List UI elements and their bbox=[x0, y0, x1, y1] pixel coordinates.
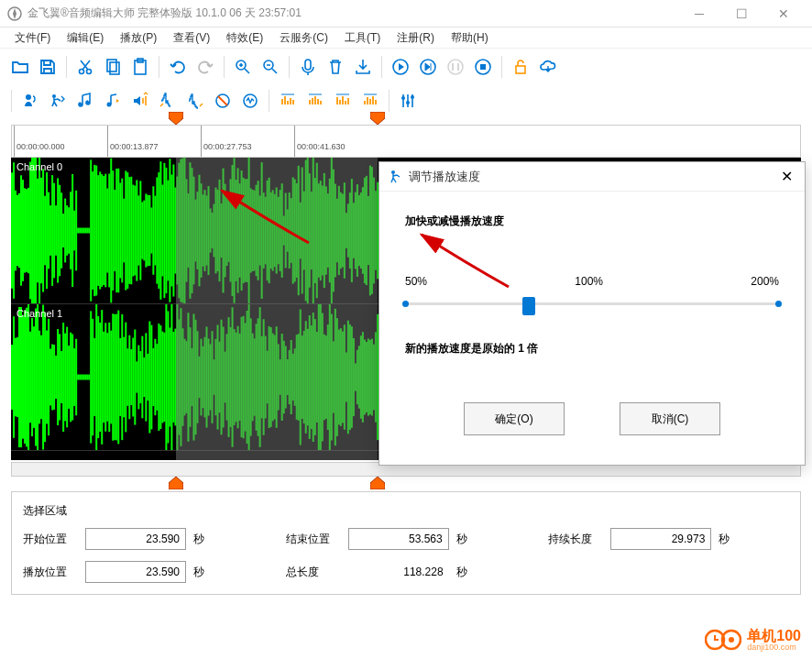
selection-end-marker-bottom[interactable] bbox=[370, 477, 385, 489]
svg-rect-112 bbox=[169, 159, 170, 302]
selection-start-marker-top[interactable] bbox=[169, 112, 183, 125]
cancel-button[interactable]: 取消(C) bbox=[620, 402, 720, 435]
svg-rect-312 bbox=[169, 328, 170, 427]
selection-start-marker-bottom[interactable] bbox=[169, 477, 183, 489]
svg-rect-38 bbox=[33, 158, 35, 303]
ruler-tick: 00:00:00.000 bbox=[14, 126, 65, 157]
svg-rect-29 bbox=[16, 195, 18, 267]
pitch-icon[interactable] bbox=[100, 88, 126, 114]
svg-rect-249 bbox=[53, 345, 55, 410]
svg-rect-28 bbox=[15, 191, 16, 271]
play-icon[interactable] bbox=[388, 54, 413, 80]
svg-rect-86 bbox=[121, 179, 123, 283]
svg-rect-314 bbox=[172, 332, 174, 423]
copy-icon[interactable] bbox=[100, 54, 126, 80]
svg-rect-257 bbox=[68, 346, 70, 409]
zoom-out-icon[interactable] bbox=[258, 54, 283, 80]
stop-icon[interactable] bbox=[470, 54, 496, 80]
toolbar-separator bbox=[159, 56, 159, 78]
selection-end-marker-top[interactable] bbox=[370, 112, 385, 125]
svg-rect-42 bbox=[40, 178, 42, 283]
svg-rect-296 bbox=[139, 351, 141, 403]
volume-up-icon[interactable] bbox=[127, 88, 153, 114]
menu-view[interactable]: 查看(V) bbox=[166, 28, 217, 48]
svg-rect-226 bbox=[11, 345, 13, 410]
play-pos-input[interactable] bbox=[85, 561, 186, 583]
slider-thumb[interactable] bbox=[522, 297, 535, 315]
fade-out-icon[interactable] bbox=[182, 88, 208, 114]
svg-rect-43 bbox=[42, 169, 44, 291]
dialog-close-button[interactable]: ✕ bbox=[777, 168, 796, 186]
time-ruler[interactable]: 00:00:00.000 00:00:13.877 00:00:27.753 0… bbox=[11, 125, 801, 158]
unlock-icon[interactable] bbox=[508, 54, 533, 80]
dialog-titlebar[interactable]: 调节播放速度 ✕ bbox=[379, 162, 805, 192]
svg-rect-302 bbox=[150, 325, 152, 430]
svg-rect-58 bbox=[70, 192, 71, 269]
minimize-button[interactable]: ─ bbox=[678, 0, 720, 27]
selection-info-panel: 选择区域 开始位置 秒 结束位置 秒 持续长度 秒 播放位置 秒 总长度 118… bbox=[11, 491, 801, 595]
duration-input[interactable] bbox=[610, 528, 711, 550]
svg-rect-88 bbox=[125, 170, 126, 290]
menu-tools[interactable]: 工具(T) bbox=[337, 28, 388, 48]
paste-icon[interactable] bbox=[127, 54, 153, 80]
voice-icon[interactable] bbox=[17, 88, 43, 114]
end-input[interactable] bbox=[348, 528, 449, 550]
open-icon[interactable] bbox=[7, 54, 33, 80]
svg-rect-297 bbox=[141, 336, 143, 419]
delete-icon[interactable] bbox=[323, 54, 348, 80]
fade-in-icon[interactable] bbox=[155, 88, 181, 114]
eq-preset4-icon[interactable] bbox=[357, 88, 383, 114]
record-icon[interactable] bbox=[295, 54, 321, 80]
maximize-button[interactable]: ☐ bbox=[720, 0, 763, 27]
svg-rect-261 bbox=[75, 339, 77, 416]
slider-mid-label: 100% bbox=[575, 275, 603, 288]
svg-rect-66 bbox=[84, 228, 86, 234]
play-loop-icon[interactable] bbox=[415, 54, 441, 80]
toolbar-separator bbox=[11, 90, 12, 112]
svg-rect-265 bbox=[82, 375, 84, 380]
menu-register[interactable]: 注册(R) bbox=[390, 28, 442, 48]
svg-rect-71 bbox=[93, 165, 95, 296]
svg-rect-248 bbox=[51, 345, 53, 411]
export-icon[interactable] bbox=[350, 54, 376, 80]
speed-icon[interactable] bbox=[45, 88, 71, 114]
menu-edit[interactable]: 编辑(E) bbox=[60, 28, 111, 48]
eq-preset3-icon[interactable] bbox=[330, 88, 356, 114]
svg-rect-85 bbox=[119, 183, 121, 279]
undo-icon[interactable] bbox=[165, 54, 191, 80]
pause-icon[interactable] bbox=[443, 54, 468, 80]
svg-rect-36 bbox=[29, 162, 31, 300]
close-button[interactable]: ✕ bbox=[763, 0, 805, 27]
svg-rect-286 bbox=[121, 314, 123, 440]
music-note-icon[interactable] bbox=[72, 88, 98, 114]
svg-rect-59 bbox=[71, 174, 73, 287]
svg-rect-282 bbox=[114, 314, 115, 440]
cut-icon[interactable] bbox=[72, 54, 98, 80]
menu-effects[interactable]: 特效(E) bbox=[219, 28, 270, 48]
svg-rect-14 bbox=[480, 64, 486, 70]
speed-slider[interactable] bbox=[405, 295, 779, 313]
svg-rect-284 bbox=[117, 311, 119, 445]
noise-icon[interactable] bbox=[237, 88, 263, 114]
menu-file[interactable]: 文件(F) bbox=[7, 28, 58, 48]
redo-icon[interactable] bbox=[192, 54, 218, 80]
slider-min-label: 50% bbox=[405, 275, 427, 288]
eq-preset1-icon[interactable] bbox=[275, 88, 301, 114]
menu-play[interactable]: 播放(P) bbox=[113, 28, 164, 48]
silence-icon[interactable] bbox=[210, 88, 236, 114]
cloud-icon[interactable] bbox=[535, 54, 561, 80]
eq-preset2-icon[interactable] bbox=[302, 88, 328, 114]
ok-button[interactable]: 确定(O) bbox=[464, 402, 565, 435]
end-label: 结束位置 bbox=[286, 532, 341, 547]
speed-icon bbox=[389, 170, 403, 184]
equalizer-icon[interactable] bbox=[395, 88, 421, 114]
svg-rect-306 bbox=[158, 324, 159, 431]
menu-cloud[interactable]: 云服务(C) bbox=[272, 28, 335, 48]
start-input[interactable] bbox=[85, 528, 186, 550]
menu-help[interactable]: 帮助(H) bbox=[444, 28, 496, 48]
watermark-icon bbox=[705, 628, 741, 652]
svg-rect-34 bbox=[26, 189, 27, 272]
svg-rect-33 bbox=[24, 188, 26, 272]
save-icon[interactable] bbox=[35, 54, 60, 80]
zoom-in-icon[interactable] bbox=[230, 54, 256, 80]
